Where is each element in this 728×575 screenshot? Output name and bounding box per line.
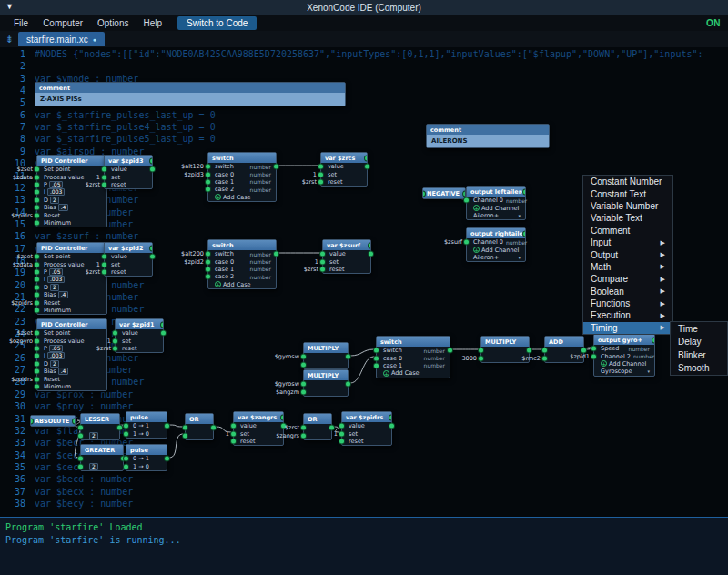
context-menu-item-timing[interactable]: Timing▶ — [583, 322, 672, 334]
port-in-dot[interactable] — [318, 172, 323, 177]
node-row[interactable]: +Add Case — [377, 369, 450, 377]
port-in-dot[interactable] — [35, 262, 39, 267]
port-out-dot[interactable] — [365, 165, 369, 169]
submenu-item-delay[interactable]: Delay — [671, 336, 727, 349]
node-row[interactable]: Aileron+▾ — [467, 212, 525, 219]
context-menu-item-variable-text[interactable]: Variable Text — [583, 212, 672, 224]
node-row[interactable]: D2 — [37, 284, 106, 291]
output-node-gyro[interactable]: output gyro+Speednumber$zpid1Channel 2nu… — [593, 334, 655, 377]
port-in-dot[interactable] — [301, 355, 306, 359]
node-row[interactable]: Minimum — [37, 383, 106, 390]
node-row[interactable]: $ozgyroProcess value — [37, 337, 106, 344]
pid-controller-node-2[interactable]: PID Controller$zsetSet point$zdataProces… — [36, 242, 107, 315]
port-in-dot[interactable] — [206, 259, 210, 264]
port-in-dot[interactable] — [183, 433, 187, 438]
node-row[interactable]: $angzm — [304, 388, 348, 395]
power-status-indicator[interactable]: ON — [706, 18, 721, 28]
port-in-dot[interactable] — [592, 347, 596, 351]
node-row[interactable]: 0 → 1 — [126, 422, 167, 429]
node-row[interactable]: $zpidrsReset — [37, 211, 106, 218]
port-in-dot[interactable] — [206, 179, 210, 184]
value-input[interactable]: .4 — [58, 204, 69, 211]
context-menu-item-functions[interactable]: Functions▶ — [583, 298, 672, 309]
node-row[interactable]: $zsurfChannel 0number — [467, 238, 525, 246]
port-out-dot[interactable] — [150, 167, 155, 172]
port-in-dot[interactable] — [318, 165, 323, 169]
node-row[interactable]: 2 — [81, 462, 123, 469]
port-out-dot[interactable] — [161, 322, 163, 327]
port-out-dot[interactable] — [165, 424, 169, 429]
port-in-dot[interactable] — [35, 293, 39, 298]
node-row[interactable]: Channel 0number — [467, 197, 525, 204]
node-row[interactable]: D2 — [37, 360, 106, 368]
switch-node-2[interactable]: switch$alt200switchnumber$zpid2case 0num… — [207, 239, 277, 289]
port-in-dot[interactable] — [479, 356, 483, 360]
port-out-dot[interactable] — [389, 415, 391, 419]
port-in-dot[interactable] — [78, 464, 83, 469]
port-in-dot[interactable] — [35, 190, 39, 195]
port-in-dot[interactable] — [301, 382, 306, 387]
node-row[interactable]: Bias.4 — [37, 204, 106, 211]
context-menu-item-input[interactable]: Input▶ — [583, 237, 672, 248]
comment-node-z-axis[interactable]: commentZ-AXIS PISs — [35, 82, 346, 106]
port-out-dot[interactable] — [346, 355, 350, 359]
node-row[interactable]: +Add Case — [208, 281, 276, 288]
port-in-dot[interactable] — [124, 431, 128, 436]
port-in-dot[interactable] — [35, 269, 39, 274]
variable-node-zpidrs[interactable]: var $zpidrsvalue1setreset — [341, 411, 392, 446]
port-in-dot[interactable] — [35, 175, 39, 179]
node-row[interactable]: case 2number — [208, 273, 276, 280]
node-row[interactable]: Bias.4 — [37, 291, 106, 298]
port-in-dot[interactable] — [102, 175, 106, 179]
pulse-node-1[interactable]: pulse0 → 11 → 0 — [126, 411, 167, 439]
submenu-item-blinker[interactable]: Blinker — [671, 348, 727, 362]
node-row[interactable]: 1 → 0 — [126, 462, 167, 469]
value-input[interactable]: .05 — [49, 345, 64, 352]
port-out-dot[interactable] — [165, 457, 169, 461]
node-row[interactable]: 0 → 1 — [126, 455, 167, 462]
variable-node-zangrs[interactable]: var $zangrsvalue1setreset — [233, 411, 284, 446]
port-out-dot[interactable] — [523, 189, 525, 194]
port-in-dot[interactable] — [423, 191, 425, 196]
port-in-dot[interactable] — [35, 361, 39, 366]
port-in-dot[interactable] — [35, 197, 39, 202]
port-out-dot[interactable] — [365, 156, 367, 160]
port-in-dot[interactable] — [339, 424, 344, 429]
port-in-dot[interactable] — [35, 369, 39, 374]
value-input[interactable]: 2 — [89, 432, 98, 439]
port-in-dot[interactable] — [35, 220, 39, 225]
context-menu-item-comment[interactable]: Comment — [583, 225, 672, 237]
port-out-dot[interactable] — [117, 426, 122, 430]
value-input[interactable]: 2 — [50, 360, 59, 368]
port-in-dot[interactable] — [35, 167, 39, 172]
port-in-dot[interactable] — [113, 331, 117, 336]
port-in-dot[interactable] — [542, 356, 547, 360]
port-in-dot[interactable] — [78, 457, 83, 461]
node-row[interactable]: $zrstreset — [105, 268, 152, 276]
port-out-dot[interactable] — [150, 246, 152, 250]
node-row[interactable]: $zrstreset — [116, 345, 163, 352]
switch-to-code-button[interactable]: Switch to Code — [177, 16, 257, 30]
variable-node-zpid1[interactable]: var $zpid1value1set$zrstreset — [115, 318, 164, 353]
tab-starfire-main[interactable]: starfire.main.xc ● — [18, 32, 105, 46]
node-row[interactable]: Bias.4 — [37, 368, 106, 375]
port-in-dot[interactable] — [35, 354, 39, 358]
port-in-dot[interactable] — [124, 424, 128, 429]
node-row[interactable]: $gyrosw — [304, 380, 348, 388]
node-row[interactable]: $zrstreset — [321, 178, 367, 186]
port-in-dot[interactable] — [206, 252, 210, 257]
multiply-node-1[interactable]: MULTIPLY$gyrosw — [303, 342, 349, 369]
variable-node-zsurf[interactable]: var $zsurfvalue1set$zrstreset — [322, 239, 371, 274]
port-in-dot[interactable] — [206, 275, 210, 279]
comment-node-ailerons[interactable]: commentAILERONS — [426, 124, 550, 148]
port-in-dot[interactable] — [318, 179, 323, 184]
context-menu-item-execution[interactable]: Execution▶ — [583, 309, 672, 321]
multiply-node-2[interactable]: MULTIPLY$gyrosw$angzm — [303, 369, 349, 397]
port-in-dot[interactable] — [301, 389, 306, 394]
port-out-dot[interactable] — [150, 255, 155, 259]
node-row[interactable]: $zrst — [304, 424, 331, 431]
pulse-node-2[interactable]: pulse0 → 11 → 0 — [126, 444, 167, 471]
node-row[interactable]: Aileron+▾ — [467, 254, 525, 261]
port-in-dot[interactable] — [113, 338, 117, 343]
port-out-dot[interactable] — [523, 231, 525, 236]
